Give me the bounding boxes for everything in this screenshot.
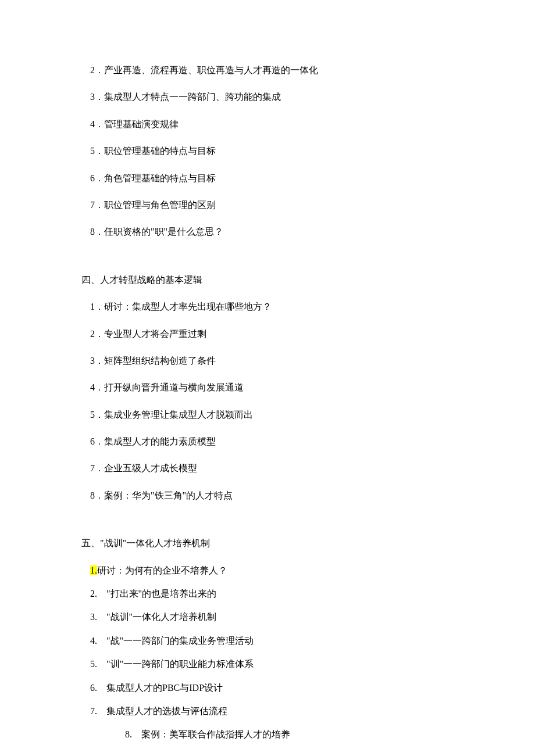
- item-text: ．研讨：集成型人才率先出现在哪些地方？: [95, 302, 272, 311]
- item-text: "打出来"的也是培养出来的: [97, 589, 216, 599]
- list-item: 2．产业再造、流程再造、职位再造与人才再造的一体化: [35, 64, 500, 77]
- list-item: 6. 集成型人才的PBC与IDP设计: [35, 682, 500, 694]
- list-item: 8．任职资格的"职"是什么意思？: [35, 225, 500, 238]
- list-item: 4. "战"一一跨部门的集成业务管理活动: [35, 635, 500, 647]
- item-text: "战"一一跨部门的集成业务管理活动: [97, 636, 254, 646]
- item-text: ．职位管理基础的特点与目标: [95, 146, 216, 156]
- item-number: 2.: [90, 589, 97, 599]
- list-item: 2. "打出来"的也是培养出来的: [35, 587, 500, 600]
- section-4-list: 1．研讨：集成型人才率先出现在哪些地方？ 2．专业型人才将会严重过剩 3．矩阵型…: [35, 300, 500, 502]
- item-text: ．产业再造、流程再造、职位再造与人才再造的一体化: [95, 65, 318, 75]
- item-number: 6: [90, 436, 95, 446]
- list-item: 8. 案例：美军联合作战指挥人才的培养: [35, 728, 500, 741]
- list-item: 3．矩阵型组织结构创造了条件: [35, 354, 500, 367]
- list-item: 5. "训"一一跨部门的职业能力标准体系: [35, 658, 500, 671]
- item-text: ．打开纵向晋升通道与横向发展通道: [95, 382, 244, 392]
- item-text: ．企业五级人才成长模型: [95, 463, 197, 473]
- item-text: ．专业型人才将会严重过剩: [95, 329, 206, 339]
- item-text: ．集成型人才特点一一跨部门、跨功能的集成: [95, 92, 281, 102]
- item-number: 8: [90, 490, 95, 500]
- item-text: ．矩阵型组织结构创造了条件: [95, 356, 216, 366]
- item-number: 3: [90, 92, 95, 102]
- list-item: 4．打开纵向晋升通道与横向发展通道: [35, 381, 500, 394]
- item-text: 集成型人才的选拔与评估流程: [97, 706, 227, 716]
- list-item: 7．职位管理与角色管理的区别: [35, 199, 500, 212]
- item-text: 集成型人才的PBC与IDP设计: [97, 683, 223, 693]
- item-text: ．集成型人才的能力素质模型: [95, 436, 216, 446]
- item-number: 6: [90, 173, 95, 183]
- item-number: 1.: [90, 565, 97, 575]
- list-item: 6．角色管理基础的特点与目标: [35, 172, 500, 185]
- item-number: 4.: [90, 636, 97, 646]
- list-item: 2．专业型人才将会严重过剩: [35, 328, 500, 341]
- list-item: 3．集成型人才特点一一跨部门、跨功能的集成: [35, 91, 500, 103]
- item-number: 1: [90, 302, 95, 311]
- list-item: 1．研讨：集成型人才率先出现在哪些地方？: [35, 300, 500, 313]
- item-number: 4: [90, 119, 95, 129]
- section-5-heading: 五、"战训"一体化人才培养机制: [35, 537, 500, 550]
- section-4-heading: 四、人才转型战略的基本逻辑: [35, 274, 500, 286]
- item-number: 7.: [90, 706, 97, 716]
- list-item: 5．职位管理基础的特点与目标: [35, 145, 500, 157]
- item-number: 5.: [90, 659, 97, 669]
- item-text: ．角色管理基础的特点与目标: [95, 173, 216, 183]
- item-text: ．案例：华为"铁三角"的人才特点: [95, 490, 233, 500]
- list-item: 4．管理基础演变规律: [35, 118, 500, 131]
- item-number: 2: [90, 329, 95, 339]
- item-number: 8.: [125, 729, 132, 739]
- item-number: 8: [90, 227, 95, 237]
- item-number: 2: [90, 65, 95, 75]
- item-number: 5: [90, 146, 95, 156]
- item-number: 6.: [90, 683, 97, 693]
- list-item: 7．企业五级人才成长模型: [35, 462, 500, 475]
- item-text: ．任职资格的"职"是什么意思？: [95, 227, 223, 237]
- item-text: 案例：美军联合作战指挥人才的培养: [132, 729, 290, 739]
- item-number: 3: [90, 356, 95, 366]
- list-item: 7. 集成型人才的选拔与评估流程: [35, 705, 500, 718]
- item-number: 5: [90, 410, 95, 420]
- item-text: ．职位管理与角色管理的区别: [95, 200, 216, 210]
- item-number: 4: [90, 382, 95, 392]
- section-3-list: 2．产业再造、流程再造、职位再造与人才再造的一体化 3．集成型人才特点一一跨部门…: [35, 64, 500, 239]
- list-item: 8．案例：华为"铁三角"的人才特点: [35, 489, 500, 502]
- item-text: ．管理基础演变规律: [95, 119, 179, 129]
- item-text: ．集成业务管理让集成型人才脱颖而出: [95, 410, 253, 420]
- list-item: 6．集成型人才的能力素质模型: [35, 435, 500, 448]
- document-page: 2．产业再造、流程再造、职位再造与人才再造的一体化 3．集成型人才特点一一跨部门…: [0, 0, 535, 756]
- item-number: 3.: [90, 612, 97, 622]
- list-item: 1.研讨：为何有的企业不培养人？: [35, 564, 500, 577]
- section-5-list: 1.研讨：为何有的企业不培养人？ 2. "打出来"的也是培养出来的 3. "战训…: [35, 564, 500, 741]
- item-number: 7: [90, 200, 95, 210]
- list-item: 5．集成业务管理让集成型人才脱颖而出: [35, 409, 500, 421]
- item-number: 7: [90, 463, 95, 473]
- item-text: "训"一一跨部门的职业能力标准体系: [97, 659, 254, 669]
- item-text: 研讨：为何有的企业不培养人？: [97, 565, 227, 575]
- item-text: "战训"一体化人才培养机制: [97, 612, 216, 622]
- list-item: 3. "战训"一体化人才培养机制: [35, 611, 500, 624]
